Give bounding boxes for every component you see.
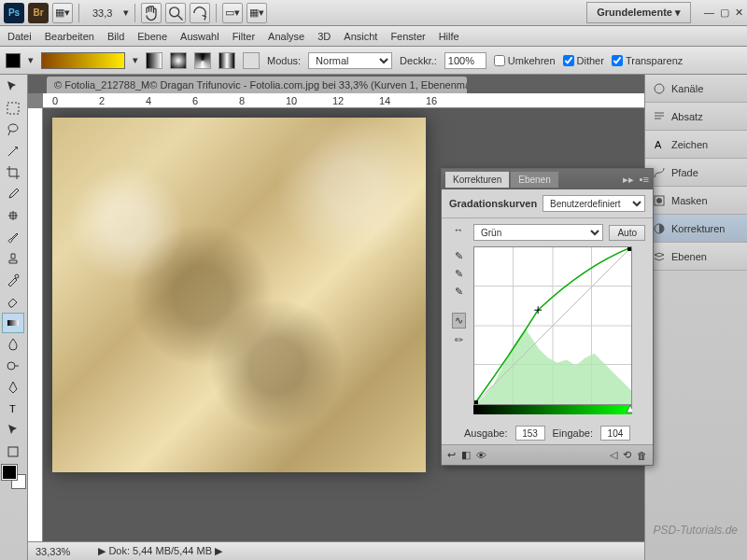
panel-absatz[interactable]: Absatz: [645, 103, 747, 131]
eyedropper-white-icon[interactable]: ✎: [455, 286, 463, 298]
panel-menu-icon[interactable]: ▪≡: [640, 174, 649, 185]
rotate-view-button[interactable]: [190, 3, 210, 23]
transparency-checkbox[interactable]: Transparenz: [612, 55, 683, 66]
svg-point-2: [8, 124, 18, 132]
reflected-gradient-icon[interactable]: [218, 52, 235, 69]
gradient-preview[interactable]: [41, 52, 125, 69]
reverse-checkbox[interactable]: Umkehren: [494, 55, 556, 66]
brush-tool[interactable]: [2, 227, 24, 247]
shape-tool[interactable]: [2, 441, 24, 462]
eyedropper-black-icon[interactable]: ✎: [455, 250, 463, 262]
curves-graph[interactable]: [473, 246, 632, 405]
status-doc-size[interactable]: ▶ Dok: 5,44 MB/5,44 MB ▶: [98, 545, 222, 557]
panel-korrekturen[interactable]: Korrekturen: [645, 215, 747, 243]
linear-gradient-icon[interactable]: [146, 52, 162, 69]
panel-masken[interactable]: Masken: [645, 187, 747, 215]
menu-bild[interactable]: Bild: [107, 31, 124, 42]
panel-zeichen[interactable]: AZeichen: [645, 131, 747, 159]
bridge-icon[interactable]: Br: [28, 3, 49, 23]
opacity-input[interactable]: [444, 52, 486, 69]
move-tool[interactable]: [2, 77, 24, 97]
radial-gradient-icon[interactable]: [170, 52, 187, 69]
menu-fenster[interactable]: Fenster: [390, 31, 425, 42]
horizontal-ruler: 0246810121416: [43, 93, 644, 108]
eyedropper-tool[interactable]: [2, 184, 24, 204]
svg-point-13: [656, 198, 662, 203]
return-arrow-icon[interactable]: ↩: [447, 449, 456, 461]
gradient-tool[interactable]: [2, 313, 24, 333]
blur-tool[interactable]: [2, 334, 24, 355]
panel-pfade[interactable]: Pfade: [645, 159, 747, 187]
gradient-tool-icon[interactable]: [6, 53, 21, 68]
hand-tool-button[interactable]: [141, 3, 162, 23]
panel-ebenen[interactable]: Ebenen: [645, 243, 747, 271]
svg-point-5: [15, 274, 19, 278]
menu-analyse[interactable]: Analyse: [268, 31, 304, 42]
clip-layer-icon[interactable]: ◧: [461, 449, 471, 461]
diamond-gradient-icon[interactable]: [243, 52, 260, 69]
menu-hilfe[interactable]: Hilfe: [439, 31, 459, 42]
pen-tool[interactable]: [2, 377, 24, 398]
reset-icon[interactable]: ⟲: [623, 449, 631, 461]
menu-datei[interactable]: Datei: [7, 31, 32, 42]
blend-mode-select[interactable]: Normal: [308, 52, 392, 69]
zoom-level[interactable]: 33,3: [85, 7, 120, 19]
eraser-tool[interactable]: [2, 291, 24, 312]
minimize-icon[interactable]: —: [704, 7, 714, 19]
menu-ebene[interactable]: Ebene: [137, 31, 167, 42]
dither-checkbox[interactable]: Dither: [563, 55, 604, 66]
input-input[interactable]: [600, 426, 630, 441]
output-input[interactable]: [515, 426, 545, 441]
close-icon[interactable]: ✕: [735, 7, 743, 19]
trash-icon[interactable]: 🗑: [637, 450, 647, 461]
layout-menu-button[interactable]: ▦▾: [52, 3, 73, 23]
panel-kanaele[interactable]: Kanäle: [645, 75, 747, 103]
document-tab[interactable]: © Fotolia_212788_M© Dragan Trifunovic - …: [47, 77, 467, 93]
svg-point-10: [655, 84, 664, 93]
crop-tool[interactable]: [2, 162, 24, 183]
panel-collapse-icon[interactable]: ▸▸: [623, 174, 634, 186]
menu-3d[interactable]: 3D: [317, 31, 331, 42]
menu-ansicht[interactable]: Ansicht: [344, 31, 377, 42]
angle-gradient-icon[interactable]: [194, 52, 211, 69]
curves-preset-select[interactable]: Benutzerdefiniert: [543, 195, 645, 212]
curves-tab-korrekturen[interactable]: Korrekturen: [445, 172, 509, 188]
arrange-docs-button[interactable]: ▦▾: [247, 3, 267, 23]
lasso-tool[interactable]: [2, 119, 24, 140]
type-tool[interactable]: T: [2, 399, 24, 419]
target-adjust-icon[interactable]: ↔: [454, 224, 464, 235]
vertical-ruler: [28, 108, 43, 541]
curves-tab-ebenen[interactable]: Ebenen: [511, 172, 557, 188]
curve-smooth-icon[interactable]: ∿: [452, 313, 466, 329]
healing-tool[interactable]: [2, 205, 24, 226]
wand-tool[interactable]: [2, 141, 24, 161]
auto-button[interactable]: Auto: [609, 225, 645, 241]
color-swatches[interactable]: [2, 465, 26, 489]
workspace-switcher[interactable]: Grundelemente ▾: [586, 2, 691, 23]
svg-rect-22: [474, 400, 478, 404]
menu-auswahl[interactable]: Auswahl: [180, 31, 219, 42]
screen-mode-button[interactable]: ▭▾: [222, 3, 243, 23]
zoom-tool-button[interactable]: [165, 3, 186, 23]
path-select-tool[interactable]: [2, 420, 24, 441]
eyedropper-gray-icon[interactable]: ✎: [455, 268, 463, 280]
marquee-tool[interactable]: [2, 98, 24, 119]
maximize-icon[interactable]: ▢: [720, 7, 729, 19]
curve-pencil-icon[interactable]: ✏: [455, 334, 463, 346]
menu-bearbeiten[interactable]: Bearbeiten: [45, 31, 94, 42]
status-zoom[interactable]: 33,33%: [35, 546, 70, 557]
dodge-tool[interactable]: [2, 356, 24, 376]
photoshop-icon[interactable]: Ps: [4, 3, 24, 23]
svg-rect-26: [473, 405, 632, 414]
app-topbar: Ps Br ▦▾ 33,3▾ ▭▾ ▦▾ Grundelemente ▾ — ▢…: [0, 0, 747, 26]
right-panels: Kanäle Absatz AZeichen Pfade Masken Korr…: [644, 75, 747, 560]
visibility-icon[interactable]: 👁: [476, 450, 486, 461]
window-controls: — ▢ ✕: [704, 7, 743, 19]
stamp-tool[interactable]: [2, 248, 24, 269]
svg-point-3: [16, 147, 18, 148]
menu-filter[interactable]: Filter: [233, 31, 255, 42]
channel-select[interactable]: Grün: [473, 224, 603, 241]
opacity-label: Deckkr.:: [400, 55, 437, 66]
prev-state-icon[interactable]: ◁: [610, 449, 617, 461]
history-brush-tool[interactable]: [2, 270, 24, 290]
